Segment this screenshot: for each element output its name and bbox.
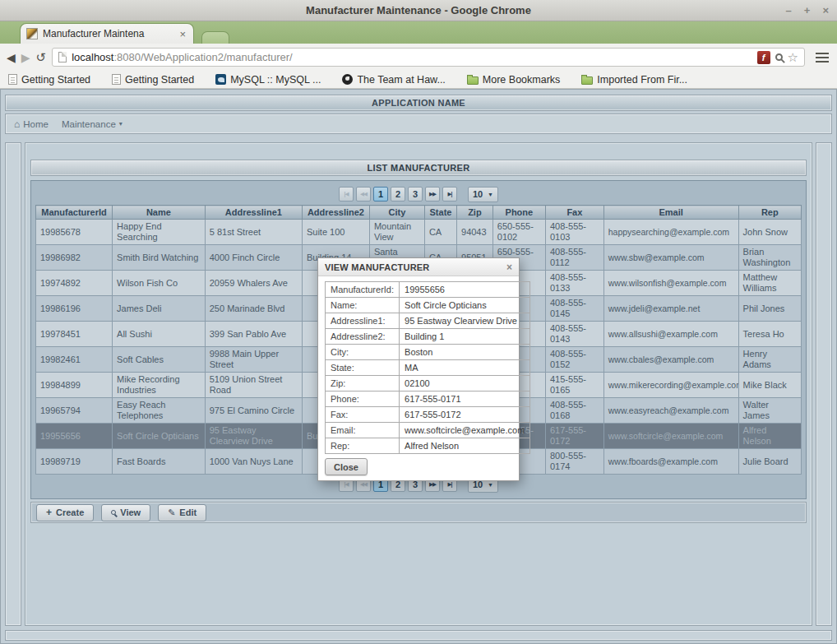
reload-icon[interactable]: ↺	[36, 51, 47, 63]
column-header[interactable]: City	[369, 206, 424, 220]
menu-maintenance[interactable]: Maintenance ▾	[62, 119, 123, 129]
table-cell: www.allsushi@example.com	[603, 322, 738, 347]
column-header[interactable]: State	[424, 206, 456, 220]
modal-field-label: State:	[326, 360, 400, 376]
modal-field-row: State:MA	[326, 360, 530, 376]
bookmark-item[interactable]: Getting Started	[112, 74, 194, 86]
column-header[interactable]: ManufacturerId	[36, 206, 113, 220]
modal-field-value: 02100	[400, 376, 530, 391]
tab-favicon-icon	[26, 28, 38, 39]
paginator-prev-icon[interactable]: ◀◀	[356, 187, 371, 202]
bookmark-label: Getting Started	[21, 74, 90, 86]
table-cell: 408-555-0133	[546, 271, 604, 296]
window-title: Manufacturer Maintenance - Google Chrome	[306, 4, 531, 16]
bookmark-item[interactable]: More Bookmarks	[467, 74, 560, 86]
menu-icon[interactable]	[814, 52, 830, 63]
column-header[interactable]: Phone	[492, 206, 545, 220]
column-header[interactable]: Name	[113, 206, 206, 220]
modal-field-label: Addressline2:	[326, 329, 400, 345]
column-header[interactable]: Email	[603, 206, 738, 220]
new-tab-button[interactable]	[201, 31, 229, 44]
table-cell: Phil Jones	[738, 296, 801, 322]
mysql-icon	[215, 74, 226, 85]
column-header[interactable]: Addressline2	[302, 206, 369, 220]
bookmark-item[interactable]: MySQL :: MySQL ...	[215, 74, 321, 86]
close-icon[interactable]: ×	[822, 5, 829, 16]
dialog-titlebar[interactable]: VIEW MANUFACTURER ×	[318, 258, 519, 276]
maximize-icon[interactable]: +	[804, 5, 811, 16]
table-cell: 19955656	[36, 424, 113, 449]
edit-button[interactable]: ✎ Edit	[158, 504, 206, 521]
column-header[interactable]: Rep	[738, 206, 801, 220]
window-titlebar: Manufacturer Maintenance - Google Chrome…	[0, 0, 837, 21]
modal-field-label: Zip:	[326, 376, 400, 391]
paginator-last-icon[interactable]: ▶|	[442, 187, 457, 202]
forward-icon[interactable]: ▶	[21, 52, 30, 63]
address-bar[interactable]: localhost:8080/WebApplication2/manufactu…	[52, 48, 805, 67]
tab-close-icon[interactable]: ×	[178, 28, 187, 40]
bookmark-star-icon[interactable]: ☆	[788, 51, 798, 63]
paginator-first-icon[interactable]: |◀	[339, 187, 354, 202]
modal-field-label: Addressline1:	[326, 313, 400, 329]
modal-field-value: Soft Circle Opticians	[400, 298, 530, 313]
left-gutter	[5, 142, 21, 626]
paginator-next-icon[interactable]: ▶▶	[425, 187, 440, 202]
breadcrumb-home[interactable]: ⌂ Home	[14, 118, 49, 130]
table-cell: 19978451	[36, 322, 113, 347]
modal-field-row: Zip:02100	[326, 376, 530, 391]
table-cell: 19989719	[36, 449, 113, 475]
create-button[interactable]: + Create	[36, 504, 94, 521]
table-cell: Easy Reach Telephones	[113, 398, 206, 424]
table-row[interactable]: 19985678Happy End Searching5 81st Street…	[36, 220, 802, 245]
page-icon	[58, 52, 67, 63]
table-cell: All Sushi	[113, 322, 206, 347]
table-cell: Suite 100	[302, 220, 369, 245]
home-icon: ⌂	[14, 118, 20, 130]
table-cell: Henry Adams	[738, 347, 801, 373]
table-cell: Mike Recording Industries	[113, 373, 206, 398]
modal-field-label: City:	[326, 345, 400, 360]
bookmark-item[interactable]: Getting Started	[8, 74, 90, 86]
bookmark-item[interactable]: Imported From Fir...	[581, 74, 687, 86]
create-button-label: Create	[56, 507, 84, 517]
team-icon	[342, 74, 353, 85]
table-cell: John Snow	[738, 220, 801, 245]
zoom-icon[interactable]	[775, 53, 783, 61]
rows-per-page-dropdown[interactable]: 10▼	[468, 187, 498, 202]
table-cell: 5 81st Street	[205, 220, 302, 245]
minimize-icon[interactable]: –	[786, 5, 792, 16]
table-cell: www.fboards@example.com	[603, 449, 738, 475]
dialog-title: VIEW MANUFACTURER	[325, 262, 506, 272]
paginator-page-1[interactable]: 1	[373, 187, 388, 202]
document-icon	[8, 74, 17, 85]
paginator-page-2[interactable]: 2	[391, 187, 405, 202]
pencil-icon: ✎	[168, 507, 175, 518]
dialog-close-icon[interactable]: ×	[506, 262, 512, 273]
modal-field-row: Addressline1:95 Eastway Clearview Drive	[326, 313, 530, 329]
table-cell: 20959 Whalers Ave	[205, 271, 302, 296]
url-text: localhost:8080/WebApplication2/manufactu…	[72, 51, 751, 63]
action-button-bar: + Create View ✎ Edit	[30, 502, 807, 523]
table-cell: 19986982	[36, 245, 113, 271]
table-cell: 617-555-0172	[546, 424, 604, 449]
column-header[interactable]: Fax	[546, 206, 604, 220]
column-header[interactable]: Zip	[457, 206, 493, 220]
modal-fields: ManufacturerId:19955656Name:Soft Circle …	[326, 282, 530, 454]
flash-plugin-icon[interactable]: f	[757, 51, 770, 64]
browser-tab[interactable]: Manufacturer Maintena ×	[20, 23, 194, 44]
table-cell: 408-555-0103	[546, 220, 604, 245]
paginator-page-3[interactable]: 3	[408, 187, 423, 202]
modal-field-label: ManufacturerId:	[326, 282, 400, 298]
table-cell: www.sbw@example.com	[603, 245, 738, 271]
panel-header: LIST MANUFACTURER	[30, 160, 807, 176]
table-cell: www.jdeli@example.net	[603, 296, 738, 322]
bookmark-label: Imported From Fir...	[597, 74, 687, 86]
view-button[interactable]: View	[101, 504, 150, 521]
dialog-close-button[interactable]: Close	[325, 458, 368, 475]
bookmark-item[interactable]: The Team at Haw...	[342, 74, 445, 86]
table-cell: 1000 Van Nuys Lane	[205, 449, 302, 475]
right-gutter	[816, 142, 832, 626]
back-icon[interactable]: ◀	[7, 52, 16, 63]
tab-title: Manufacturer Maintena	[43, 28, 173, 39]
column-header[interactable]: Addressline1	[205, 206, 302, 220]
